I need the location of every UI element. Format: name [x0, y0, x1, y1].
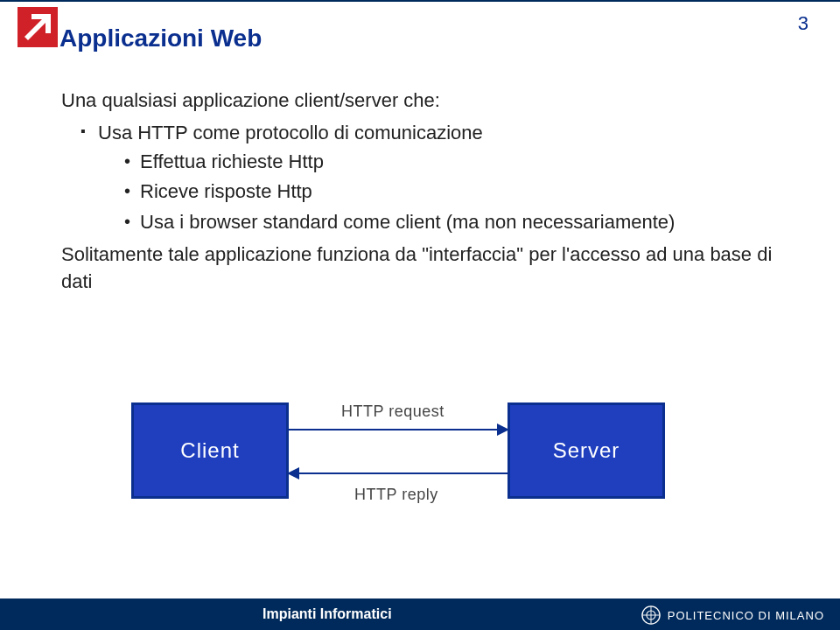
slide-title: Applicazioni Web	[60, 24, 262, 52]
server-box: Server	[508, 402, 665, 499]
footer-institution: POLITECNICO DI MILANO	[641, 606, 824, 625]
page-number: 3	[798, 12, 808, 35]
bullet-text: Usa HTTP come protocollo di comunicazion…	[98, 122, 483, 144]
bullet-text: Usa i browser standard come client (ma n…	[140, 211, 675, 233]
arrowhead-icon	[497, 424, 509, 436]
bullet-level1: Usa HTTP come protocollo di comunicazion…	[80, 120, 788, 236]
server-label: Server	[553, 438, 620, 463]
client-server-diagram: Client Server HTTP request HTTP reply	[131, 376, 788, 525]
client-label: Client	[180, 438, 239, 463]
institution-logo-icon	[641, 606, 661, 625]
bullet-text: Riceve risposte Http	[140, 180, 312, 202]
arrow-logo-icon	[18, 7, 58, 47]
bullet-level2: Effettua richieste Http	[124, 149, 788, 176]
client-box: Client	[131, 402, 289, 499]
bullet-level2: Riceve risposte Http	[124, 178, 788, 206]
slide-body: Una qualsiasi applicazione client/server…	[61, 88, 788, 296]
request-label: HTTP request	[341, 402, 444, 421]
slide: Applicazioni Web 3 Una qualsiasi applica…	[0, 0, 840, 630]
closing-text: Solitamente tale applicazione funziona d…	[61, 242, 788, 296]
request-arrow	[289, 429, 508, 430]
lead-text: Una qualsiasi applicazione client/server…	[61, 88, 788, 115]
bullet-level2: Usa i browser standard come client (ma n…	[124, 209, 788, 236]
reply-label: HTTP reply	[354, 486, 438, 504]
footer-bar: Impianti Informatici POLITECNICO DI MILA…	[0, 598, 840, 630]
reply-arrow	[289, 472, 508, 474]
arrowhead-icon	[287, 467, 299, 480]
footer-course: Impianti Informatici	[262, 606, 392, 622]
top-border	[0, 0, 840, 2]
bullet-text: Effettua richieste Http	[140, 150, 324, 172]
institution-name: POLITECNICO DI MILANO	[668, 609, 824, 622]
